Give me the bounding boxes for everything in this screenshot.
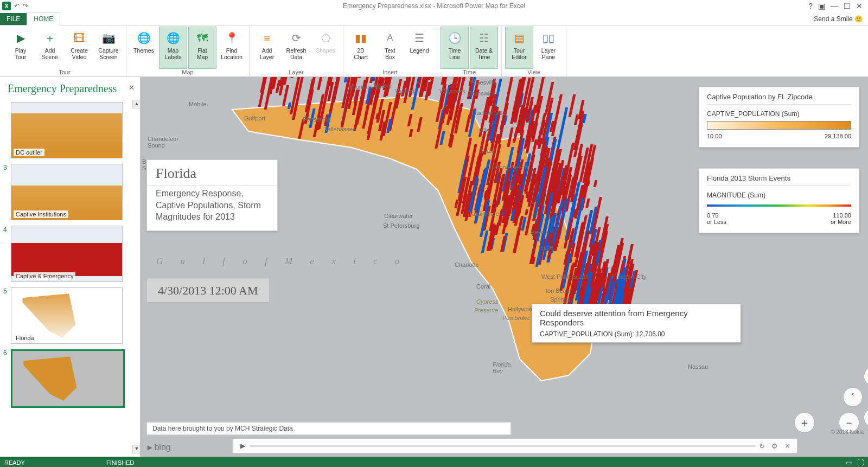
workarea: Emergency Preparedness ✕ DC outlier 3 Ca… <box>0 77 868 457</box>
tab-file[interactable]: FILE <box>0 13 27 25</box>
settings-icon[interactable]: ⚙ <box>768 442 781 450</box>
legend-metric: CAPTIVE_POPULATION (Sum) <box>707 110 851 118</box>
scene-caption: Florida <box>14 334 36 342</box>
legend-max: 110.00or More <box>831 212 851 225</box>
tour-editor-button[interactable]: ▤Tour Editor <box>505 27 533 69</box>
add-scene-button[interactable]: ＋Add Scene <box>36 27 64 69</box>
scene-item-selected[interactable]: 6 <box>11 349 135 408</box>
layer-pane-button[interactable]: ▯▯Layer Pane <box>534 27 563 69</box>
scene-item[interactable]: 3 Captive Institutions <box>11 164 135 220</box>
scene-list: DC outlier 3 Captive Institutions 4 Capt… <box>0 100 135 453</box>
scene-caption: Captive & Emergency <box>14 272 75 280</box>
status-ready: READY <box>4 459 25 466</box>
scene-caption: DC outlier <box>14 149 44 156</box>
card-title: Florida <box>147 160 277 185</box>
2d-chart-button[interactable]: ▮▮2D Chart <box>347 27 375 69</box>
city-label: Hinesville <box>471 79 496 86</box>
create-video-button[interactable]: 🎞Create Video <box>65 27 93 69</box>
text-box-button[interactable]: AText Box <box>376 27 404 69</box>
scene-number: 6 <box>3 349 7 357</box>
close-timeline-icon[interactable]: ✕ <box>781 442 794 450</box>
date-time-button[interactable]: ☷Date & Time <box>470 27 498 69</box>
capture-screen-button[interactable]: 📷Capture Screen <box>94 27 123 69</box>
ribbon-tabs: FILE HOME Send a Smile 🙂 <box>0 12 868 25</box>
city-label: Charlotte <box>455 261 479 268</box>
bing-logo: ▸ bing <box>148 442 171 452</box>
scene-number: 4 <box>3 226 7 233</box>
flat-map-button[interactable]: 🗺Flat Map <box>188 27 216 69</box>
status-bar: READY FINISHED ▭ ⛶ <box>0 457 868 467</box>
city-label: Brunswick <box>468 90 495 97</box>
scene-scrollbar[interactable]: ▲ ▼ <box>132 100 140 453</box>
city-label: Cypress <box>476 298 498 305</box>
find-location-button[interactable]: 📍Find Location <box>218 27 246 69</box>
smile-icon: 🙂 <box>854 15 863 23</box>
tab-home[interactable]: HOME <box>27 12 60 25</box>
map-canvas[interactable]: Mobile Gulfport Chandeleur Sound Breton … <box>140 77 868 457</box>
statusbar-icon[interactable]: ▭ <box>846 459 852 466</box>
scene-text-card[interactable]: Florida Emergency Response, Captive Popu… <box>146 159 278 231</box>
loop-icon[interactable]: ↻ <box>756 442 768 450</box>
city-label: Pierce <box>531 229 547 235</box>
legend-max: 29,138.00 <box>825 133 851 139</box>
window-title: Emergency Preparedness.xlsx - Microsoft … <box>0 2 868 10</box>
date-time-card[interactable]: 4/30/2013 12:00 AM <box>146 279 270 303</box>
tour-title: Emergency Preparedness <box>0 77 140 98</box>
city-label: Daytona Beach <box>487 164 528 170</box>
group-tour-label: Tour <box>7 69 123 76</box>
themes-button[interactable]: 🌐Themes <box>130 27 158 69</box>
send-a-smile[interactable]: Send a Smile 🙂 <box>808 13 868 25</box>
group-layer-label: Layer <box>253 69 340 76</box>
scene-item[interactable]: 4 Captive & Emergency <box>11 226 135 282</box>
minimize-icon[interactable]: — <box>831 2 838 10</box>
zoom-in-button[interactable]: ＋ <box>794 412 815 433</box>
data-tooltip: Could deserve attention from Emergency R… <box>532 304 741 343</box>
close-icon[interactable]: ✕ <box>856 2 863 10</box>
statusbar-icon[interactable]: ⛶ <box>857 459 864 466</box>
city-label: ville <box>479 127 489 133</box>
city-label: Coast <box>479 148 495 154</box>
timeline-track[interactable] <box>250 445 756 447</box>
city-label: Florida Bay <box>493 361 511 374</box>
legend-storm-events[interactable]: Florida 2013 Storm Events MAGNITUDE (Sum… <box>699 168 859 233</box>
ribbon-options-icon[interactable]: ▣ <box>818 2 825 10</box>
timeline-playbar[interactable]: ▶ ↻ ⚙ ✕ <box>232 438 797 453</box>
city-label: Preserve <box>474 307 498 314</box>
tooltip-value: CAPTIVE_POPULATION (Sum): 12,706.00 <box>540 330 733 338</box>
refresh-data-button[interactable]: ⟳Refresh Data <box>282 27 310 69</box>
undo-icon[interactable]: ↶ <box>14 2 20 10</box>
city-label: Springs <box>550 296 570 303</box>
pan-left-button[interactable]: ˂ <box>843 387 863 407</box>
city-label: Freeport City <box>612 273 647 280</box>
maximize-icon[interactable]: ☐ <box>844 2 851 10</box>
scene-item[interactable]: 5 Florida <box>11 287 135 344</box>
city-label: Waycross <box>439 88 465 94</box>
add-layer-button[interactable]: ≡Add Layer <box>253 27 281 69</box>
city-label: West Palm Beach <box>541 273 589 280</box>
time-line-button[interactable]: 🕒Time Line <box>441 27 469 69</box>
titlebar: X ↶ ↷ Emergency Preparedness.xlsx - Micr… <box>0 0 868 12</box>
tooltip-title: Could deserve attention from Emergency R… <box>540 309 733 327</box>
help-icon[interactable]: ? <box>808 2 813 10</box>
city-label: Albany <box>373 82 392 89</box>
city-label: Valdosta <box>395 88 418 94</box>
smile-label: Send a Smile <box>814 15 852 23</box>
city-label: Lucie <box>539 244 553 251</box>
redo-icon[interactable]: ↷ <box>23 2 28 10</box>
play-tour-button[interactable]: ▶Play Tour <box>7 27 35 69</box>
tour-editor-pane: Emergency Preparedness ✕ DC outlier 3 Ca… <box>0 77 140 457</box>
city-label: Nassau <box>688 363 708 370</box>
group-view-label: View <box>505 69 563 76</box>
city-label: Clearwater <box>384 213 413 219</box>
close-pane-icon[interactable]: ✕ <box>129 84 135 92</box>
play-icon[interactable]: ▶ <box>236 442 250 450</box>
legend-captive-population[interactable]: Captive Population by FL Zipcode CAPTIVE… <box>699 87 859 148</box>
scene-number: 3 <box>3 164 7 171</box>
scene-caption: Captive Institutions <box>14 210 68 218</box>
attribution-card: Data here brought to you by MCH Strategi… <box>146 422 511 435</box>
legend-button[interactable]: ☰Legend <box>405 27 433 69</box>
city-label: St Petersburg <box>383 222 419 229</box>
scene-item[interactable]: DC outlier <box>11 102 135 158</box>
map-labels-button[interactable]: 🌐Map Labels <box>159 27 187 69</box>
scene-number: 5 <box>3 287 7 295</box>
